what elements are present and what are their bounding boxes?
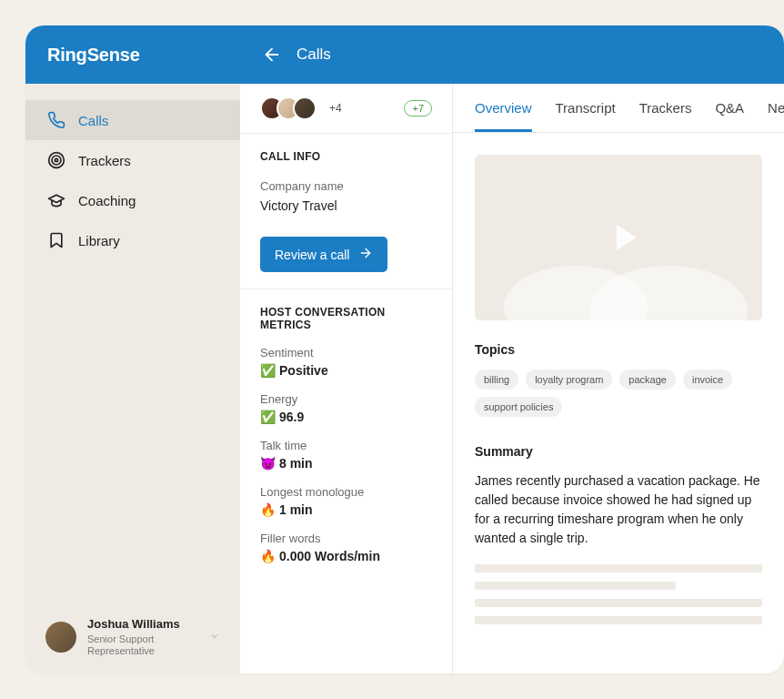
nav-item-calls[interactable]: Calls bbox=[25, 100, 240, 140]
arrow-right-icon bbox=[358, 246, 373, 263]
section-title: CALL INFO bbox=[260, 150, 432, 163]
skeleton-line bbox=[475, 582, 676, 590]
user-avatar bbox=[45, 622, 76, 653]
nav-item-library[interactable]: Library bbox=[25, 220, 240, 260]
metric-label: Sentiment bbox=[260, 346, 432, 360]
svg-point-2 bbox=[55, 158, 57, 161]
metric-energy: Energy ✅96.9 bbox=[260, 392, 432, 424]
nav-label: Coaching bbox=[78, 193, 136, 208]
sidebar: RingSense Calls Trackers Coaching bbox=[25, 25, 240, 674]
section-title: HOST CONVERSATION METRICS bbox=[260, 306, 432, 331]
content: Overview Transcript Trackers Q&A Next st… bbox=[453, 84, 784, 674]
user-footer[interactable]: Joshua Williams Senior Support Represent… bbox=[25, 604, 240, 674]
call-info-section: CALL INFO Company name Victory Travel Re… bbox=[240, 134, 452, 289]
nav-label: Library bbox=[78, 233, 120, 248]
main: Calls +4 +7 CALL INFO Compa bbox=[240, 25, 784, 674]
topic-chip[interactable]: loyalty program bbox=[526, 370, 612, 390]
metric-label: Talk time bbox=[260, 439, 432, 452]
fire-icon: 🔥 bbox=[260, 549, 276, 563]
skeleton-lines bbox=[475, 564, 762, 624]
summary-text: James recently purchased a vacation pack… bbox=[475, 471, 762, 548]
fire-icon: 🔥 bbox=[260, 502, 276, 517]
nav-item-coaching[interactable]: Coaching bbox=[25, 180, 240, 220]
video-player[interactable] bbox=[475, 155, 762, 320]
target-icon bbox=[47, 151, 65, 169]
metric-value: 0.000 Words/min bbox=[279, 549, 380, 563]
metric-talk-time: Talk time 😈8 min bbox=[260, 439, 432, 471]
avatar-stack[interactable] bbox=[260, 96, 317, 120]
topics-heading: Topics bbox=[475, 342, 762, 357]
info-panel: +4 +7 CALL INFO Company name Victory Tra… bbox=[240, 84, 453, 674]
back-arrow-icon[interactable] bbox=[262, 45, 282, 65]
summary-heading: Summary bbox=[475, 444, 762, 459]
sidebar-header: RingSense bbox=[25, 25, 240, 84]
metric-value: 1 min bbox=[279, 502, 313, 517]
metrics-section: HOST CONVERSATION METRICS Sentiment ✅Pos… bbox=[240, 289, 452, 580]
skeleton-line bbox=[475, 616, 762, 624]
tab-trackers[interactable]: Trackers bbox=[639, 84, 692, 132]
more-participants: +4 bbox=[329, 102, 342, 115]
app-logo: RingSense bbox=[47, 45, 140, 66]
metric-label: Energy bbox=[260, 392, 432, 406]
metric-value: Positive bbox=[279, 363, 328, 378]
company-label: Company name bbox=[260, 179, 432, 193]
check-icon: ✅ bbox=[260, 410, 276, 424]
metric-label: Filler words bbox=[260, 532, 432, 545]
topic-chip[interactable]: billing bbox=[475, 370, 518, 390]
topic-chip[interactable]: package bbox=[619, 370, 676, 390]
metric-value: 96.9 bbox=[279, 410, 304, 424]
tab-next-steps[interactable]: Next st bbox=[768, 84, 784, 132]
main-body: +4 +7 CALL INFO Company name Victory Tra… bbox=[240, 84, 784, 674]
tabs: Overview Transcript Trackers Q&A Next st bbox=[453, 84, 784, 133]
nav-label: Trackers bbox=[78, 153, 131, 168]
user-role: Senior Support Representative bbox=[87, 633, 198, 657]
nav-item-trackers[interactable]: Trackers bbox=[25, 140, 240, 180]
tab-transcript[interactable]: Transcript bbox=[556, 84, 616, 132]
nav-label: Calls bbox=[78, 113, 108, 128]
topic-chip[interactable]: invoice bbox=[683, 370, 732, 390]
phone-icon bbox=[47, 111, 65, 129]
chevron-down-icon bbox=[209, 629, 220, 645]
button-label: Review a call bbox=[275, 248, 349, 262]
skeleton-line bbox=[475, 564, 762, 572]
graduation-cap-icon bbox=[47, 191, 65, 209]
topic-chip[interactable]: support policies bbox=[475, 397, 562, 417]
review-call-button[interactable]: Review a call bbox=[260, 237, 387, 272]
nav: Calls Trackers Coaching Library bbox=[25, 84, 240, 604]
devil-icon: 😈 bbox=[260, 456, 276, 471]
count-badge[interactable]: +7 bbox=[404, 100, 432, 116]
bookmark-icon bbox=[47, 231, 65, 249]
main-header: Calls bbox=[240, 25, 784, 84]
participants-row: +4 +7 bbox=[240, 84, 452, 134]
metric-filler-words: Filler words 🔥0.000 Words/min bbox=[260, 532, 432, 563]
svg-point-1 bbox=[52, 156, 61, 165]
page-title: Calls bbox=[297, 46, 331, 64]
check-icon: ✅ bbox=[260, 363, 276, 378]
metric-value: 8 min bbox=[279, 456, 313, 471]
company-value: Victory Travel bbox=[260, 198, 432, 213]
topics-chips: billing loyalty program package invoice … bbox=[475, 370, 762, 417]
skeleton-line bbox=[475, 599, 762, 607]
metric-sentiment: Sentiment ✅Positive bbox=[260, 346, 432, 378]
play-icon bbox=[617, 225, 637, 250]
metric-label: Longest monologue bbox=[260, 485, 432, 499]
user-name: Joshua Williams bbox=[87, 617, 198, 632]
user-info: Joshua Williams Senior Support Represent… bbox=[87, 617, 198, 657]
metric-monologue: Longest monologue 🔥1 min bbox=[260, 485, 432, 517]
participant-avatar bbox=[293, 96, 317, 120]
tab-overview[interactable]: Overview bbox=[475, 84, 532, 132]
tab-qa[interactable]: Q&A bbox=[715, 84, 744, 132]
app-window: RingSense Calls Trackers Coaching bbox=[25, 25, 784, 674]
content-body: Topics billing loyalty program package i… bbox=[453, 133, 784, 655]
